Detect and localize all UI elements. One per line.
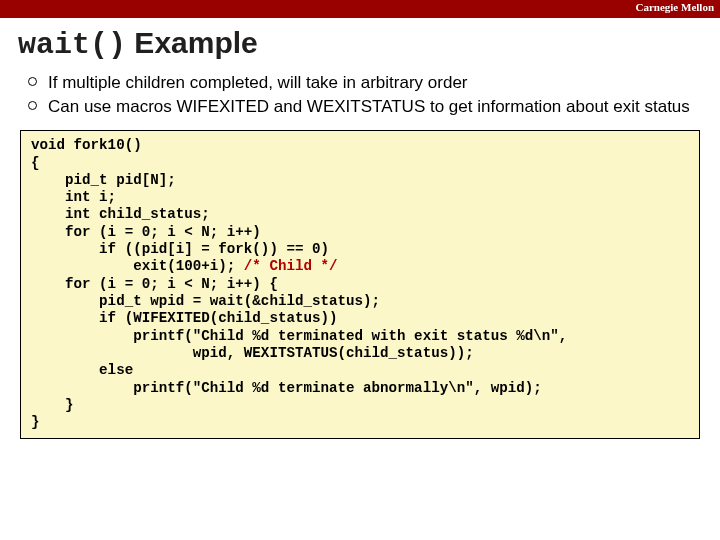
title-mono: wait() — [18, 28, 126, 62]
slide-body: wait() Example If multiple children comp… — [0, 18, 720, 439]
code-box: void fork10() { pid_t pid[N]; int i; int… — [20, 130, 700, 438]
bullet-item: Can use macros WIFEXITED and WEXITSTATUS… — [28, 96, 702, 118]
bullet-item: If multiple children completed, will tak… — [28, 72, 702, 94]
title-rest: Example — [126, 26, 258, 59]
org-label: Carnegie Mellon — [635, 1, 714, 13]
header-bar: Carnegie Mellon — [0, 0, 720, 18]
slide-title: wait() Example — [18, 26, 702, 62]
code-block: void fork10() { pid_t pid[N]; int i; int… — [31, 137, 689, 431]
bullet-list: If multiple children completed, will tak… — [28, 72, 702, 118]
